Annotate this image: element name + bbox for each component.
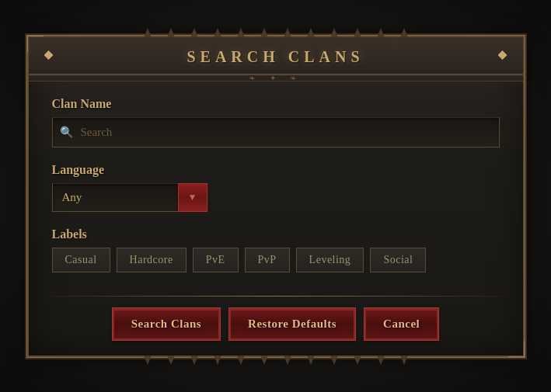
dialog-header: SEARCH CLANS: [29, 37, 523, 75]
header-ornament: [29, 75, 523, 82]
search-clans-dialog: SEARCH CLANS Clan Name 🔍 Language Any ▼ …: [27, 36, 525, 357]
label-tag-leveling[interactable]: Leveling: [296, 248, 364, 272]
language-selected-value: Any: [52, 183, 178, 212]
top-decoration: [29, 28, 523, 37]
language-label: Language: [52, 163, 500, 177]
labels-row: Casual Hardcore PvE PvP Leveling Social: [52, 248, 500, 272]
header-diamond-left-icon: [44, 50, 54, 60]
clan-name-label: Clan Name: [52, 97, 500, 111]
dialog-title: SEARCH CLANS: [187, 48, 364, 65]
header-diamond-right-icon: [498, 50, 507, 60]
language-section: Language Any ▼: [52, 163, 500, 212]
bottom-decoration: [29, 356, 523, 365]
clan-name-input[interactable]: [52, 117, 500, 147]
restore-defaults-button[interactable]: Restore Defaults: [229, 308, 355, 340]
labels-label: Labels: [52, 227, 500, 241]
cancel-button[interactable]: Cancel: [364, 308, 438, 340]
chevron-down-icon: ▼: [188, 192, 197, 203]
search-clans-button[interactable]: Search Clans: [113, 308, 220, 340]
clan-name-field: 🔍: [52, 117, 500, 147]
label-tag-social[interactable]: Social: [370, 248, 426, 272]
label-tag-pve[interactable]: PvE: [193, 248, 239, 272]
dialog-content: Clan Name 🔍 Language Any ▼ Labels Casual…: [29, 82, 523, 296]
dialog-separator: [37, 296, 515, 297]
label-tag-pvp[interactable]: PvP: [245, 248, 290, 272]
language-dropdown-arrow[interactable]: ▼: [178, 183, 207, 212]
label-tag-casual[interactable]: Casual: [52, 248, 110, 272]
labels-section: Labels Casual Hardcore PvE PvP Leveling …: [52, 227, 500, 272]
search-icon: 🔍: [60, 126, 73, 139]
label-tag-hardcore[interactable]: Hardcore: [117, 248, 187, 272]
dialog-footer: Search Clans Restore Defaults Cancel: [29, 308, 523, 356]
language-dropdown[interactable]: Any ▼: [52, 183, 207, 212]
